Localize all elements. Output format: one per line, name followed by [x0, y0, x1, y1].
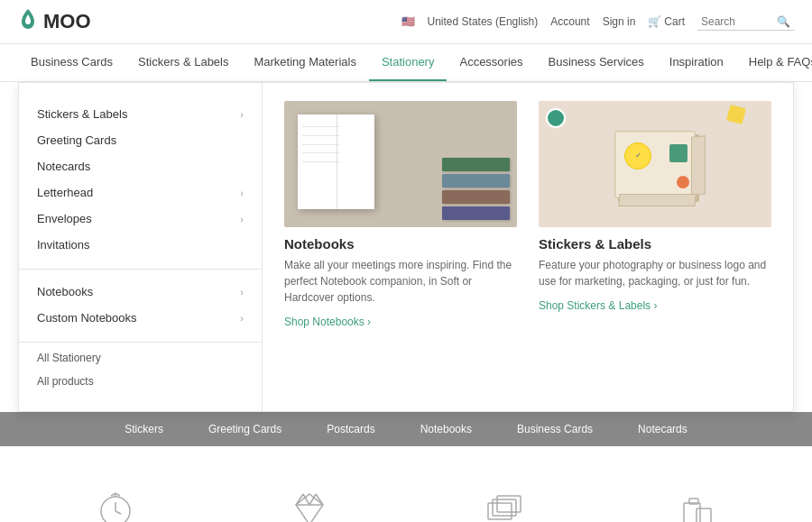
logo[interactable]: MOO: [18, 9, 91, 34]
account-link[interactable]: Account: [550, 15, 589, 28]
menu-item-greeting-cards[interactable]: Greeting Cards: [19, 127, 262, 153]
shop-stickers-link[interactable]: Shop Stickers & Labels ›: [539, 299, 657, 312]
product-title-stickers: Stickers & Labels: [539, 236, 771, 252]
menu-label: Custom Notebooks: [37, 311, 137, 325]
dropdown-right-panel: —————————————————————————————— Notebooks…: [263, 83, 793, 411]
menu-item-letterhead[interactable]: Letterhead ›: [19, 179, 262, 206]
menu-label: Greeting Cards: [37, 133, 116, 147]
menu-item-envelopes[interactable]: Envelopes ›: [19, 206, 262, 232]
svg-rect-10: [488, 503, 512, 519]
shop-notebooks-link[interactable]: Shop Notebooks ›: [284, 316, 371, 328]
menu-item-notecards[interactable]: Notecards: [19, 153, 262, 179]
logo-icon: [18, 9, 38, 34]
nav-help-faqs[interactable]: Help & FAQs: [736, 44, 812, 81]
cart-area[interactable]: 🛒 Cart: [648, 15, 685, 28]
menu-footer-all-products[interactable]: All products: [19, 370, 262, 393]
cat-postcards[interactable]: Postcards: [327, 423, 374, 435]
svg-rect-12: [497, 496, 521, 512]
top-right-area: 🇺🇸 United States (English) Account Sign …: [401, 14, 794, 31]
flag-icon: 🇺🇸: [401, 15, 415, 28]
menu-section-1: Stickers & Labels › Greeting Cards Notec…: [19, 97, 262, 261]
menu-section-2: Notebooks › Custom Notebooks ›: [19, 269, 262, 334]
search-icon[interactable]: 🔍: [777, 15, 790, 28]
feature-promise: The MOO promise We move heaven and earth…: [212, 482, 406, 522]
cat-stickers[interactable]: Stickers: [125, 423, 163, 435]
svg-line-2: [115, 511, 121, 514]
cat-notecards[interactable]: Notecards: [638, 423, 687, 435]
chevron-right-icon: ›: [240, 214, 244, 224]
top-bar: MOO 🇺🇸 United States (English) Account S…: [0, 0, 812, 44]
nav-marketing-materials[interactable]: Marketing Materials: [241, 44, 368, 81]
menu-item-invitations[interactable]: Invitations: [19, 232, 262, 258]
signin-link[interactable]: Sign in: [603, 15, 636, 28]
nav-stickers-labels[interactable]: Stickers & Labels: [125, 44, 241, 81]
menu-item-stickers-labels[interactable]: Stickers & Labels ›: [19, 101, 262, 127]
category-bar: Stickers Greeting Cards Postcards Notebo…: [0, 412, 812, 446]
menu-label: Notebooks: [37, 285, 93, 298]
menu-label: Envelopes: [37, 212, 92, 225]
features-section: Next Day Delivery Available on selected …: [0, 446, 812, 522]
stickers-image: ✓: [539, 101, 771, 227]
chevron-right-icon: ›: [240, 287, 244, 298]
feature-business: More perks for your business Get more fo…: [600, 482, 794, 522]
search-input[interactable]: [701, 15, 773, 28]
product-card-stickers: ✓ Stickers & Labels Feature your photogr…: [539, 101, 771, 393]
svg-rect-13: [684, 503, 700, 522]
cart-icon: 🛒: [648, 15, 661, 28]
menu-item-custom-notebooks[interactable]: Custom Notebooks ›: [19, 305, 262, 331]
menu-footer-all-stationery[interactable]: All Stationery: [19, 346, 262, 370]
nav-business-services[interactable]: Business Services: [536, 44, 657, 81]
product-title-notebooks: Notebooks: [284, 236, 517, 252]
nav-stationery[interactable]: Stationery: [369, 44, 448, 81]
business-icon: [670, 482, 724, 522]
clock-icon: [88, 482, 143, 522]
nav-business-cards[interactable]: Business Cards: [18, 44, 125, 81]
product-desc-stickers: Feature your photography or business log…: [539, 257, 771, 289]
cards-icon: [476, 482, 531, 522]
dropdown-menu: Stickers & Labels › Greeting Cards Notec…: [18, 82, 794, 412]
notebook-image: ——————————————————————————————: [284, 101, 517, 227]
menu-label: Stickers & Labels: [37, 107, 127, 121]
cart-label: Cart: [664, 15, 685, 28]
feature-delivery: Next Day Delivery Available on selected …: [18, 482, 212, 522]
cat-business-cards[interactable]: Business Cards: [517, 423, 593, 435]
chevron-right-icon: ›: [240, 109, 244, 120]
search-bar[interactable]: 🔍: [697, 14, 794, 31]
nav-accessories[interactable]: Accessories: [447, 44, 535, 81]
svg-rect-14: [697, 508, 711, 522]
menu-label: Letterhead: [37, 186, 93, 199]
region-link[interactable]: United States (English): [428, 15, 539, 28]
menu-label: Notecards: [37, 160, 90, 173]
cat-notebooks[interactable]: Notebooks: [420, 423, 472, 435]
feature-printfinity: Printfinity Enjoy a different design on …: [406, 482, 600, 522]
svg-rect-11: [493, 499, 516, 516]
logo-text: MOO: [43, 10, 91, 33]
diamond-icon: [282, 482, 337, 522]
menu-item-notebooks[interactable]: Notebooks ›: [19, 279, 262, 305]
chevron-right-icon: ›: [240, 188, 244, 198]
chevron-right-icon: ›: [240, 313, 244, 324]
product-card-notebooks: —————————————————————————————— Notebooks…: [284, 101, 517, 393]
nav-bar: Business Cards Stickers & Labels Marketi…: [0, 44, 812, 82]
dropdown-left-panel: Stickers & Labels › Greeting Cards Notec…: [19, 83, 263, 411]
menu-footer: All Stationery All products: [19, 342, 262, 397]
cat-greeting-cards[interactable]: Greeting Cards: [208, 423, 281, 435]
menu-label: Invitations: [37, 238, 90, 252]
nav-inspiration[interactable]: Inspiration: [657, 44, 736, 81]
product-desc-notebooks: Make all your meetings more inspiring. F…: [284, 257, 517, 306]
